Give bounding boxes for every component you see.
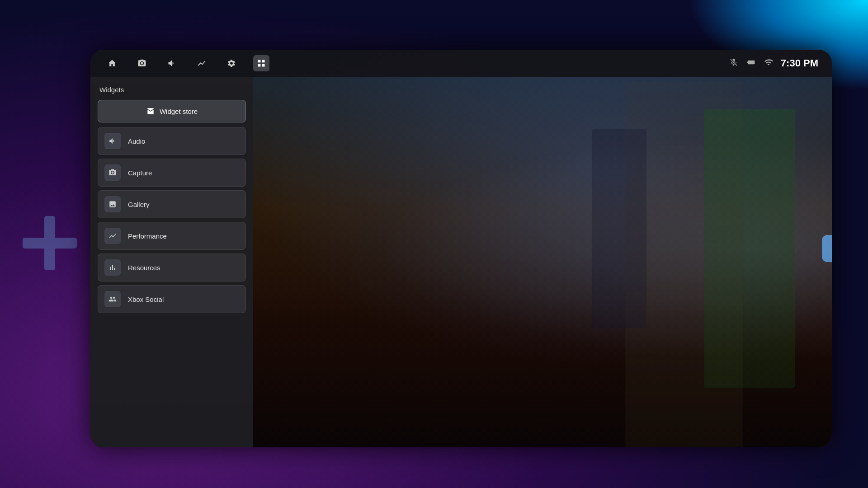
scroll-handle[interactable] [822, 235, 832, 262]
gallery-label: Gallery [128, 201, 150, 208]
wifi-svg [764, 58, 774, 67]
capture-label: Capture [128, 169, 152, 177]
nav-audio[interactable] [164, 55, 180, 71]
nav-camera[interactable] [134, 55, 150, 71]
device-frame: 7:30 PM Widgets Widget store Audio [90, 50, 832, 447]
home-icon [108, 59, 117, 68]
performance-label: Performance [128, 232, 167, 240]
resources-label: Resources [128, 264, 160, 272]
audio-icon-box [104, 133, 121, 149]
nav-settings[interactable] [223, 55, 240, 71]
resources-icon-box [104, 259, 121, 276]
resources-widget-icon [108, 263, 117, 272]
camera-icon [137, 59, 146, 68]
widget-store-button[interactable]: Widget store [98, 100, 246, 122]
grid-icon [257, 59, 266, 68]
gallery-icon-box [104, 196, 121, 212]
svg-rect-1 [23, 238, 77, 249]
nav-performance[interactable] [193, 55, 210, 71]
battery-icon [745, 58, 756, 69]
widget-store-label: Widget store [160, 108, 198, 115]
nav-home[interactable] [104, 55, 120, 71]
mic-muted-icon [729, 58, 738, 69]
widget-item-xbox-social[interactable]: Xbox Social [98, 285, 246, 313]
wifi-icon [764, 58, 774, 69]
gear-icon [227, 59, 236, 68]
widget-item-audio[interactable]: Audio [98, 127, 246, 155]
widget-panel-title: Widgets [98, 86, 246, 94]
social-widget-icon [108, 295, 117, 303]
capture-icon-box [104, 164, 121, 181]
volume-icon [167, 59, 176, 68]
audio-label: Audio [128, 137, 145, 145]
battery-svg [745, 58, 756, 67]
performance-widget-icon [108, 232, 117, 240]
xbox-social-label: Xbox Social [128, 296, 164, 303]
store-icon [146, 107, 155, 116]
gallery-widget-icon [108, 200, 117, 208]
audio-widget-icon [108, 137, 117, 145]
topbar-status: 7:30 PM [729, 57, 818, 69]
widget-item-resources[interactable]: Resources [98, 253, 246, 282]
widget-item-gallery[interactable]: Gallery [98, 190, 246, 218]
xbox-social-icon-box [104, 291, 121, 307]
activity-icon [197, 59, 206, 68]
widget-panel: Widgets Widget store Audio [90, 77, 253, 447]
topbar-nav [104, 55, 269, 71]
overlay: 7:30 PM Widgets Widget store Audio [90, 50, 832, 447]
mic-off-svg [729, 58, 738, 67]
capture-widget-icon [108, 169, 117, 177]
widget-item-capture[interactable]: Capture [98, 159, 246, 187]
time-display: 7:30 PM [781, 57, 818, 69]
topbar: 7:30 PM [90, 50, 832, 77]
widget-item-performance[interactable]: Performance [98, 222, 246, 250]
plus-icon-decoration [23, 216, 77, 272]
performance-icon-box [104, 228, 121, 244]
nav-widgets[interactable] [253, 55, 269, 71]
